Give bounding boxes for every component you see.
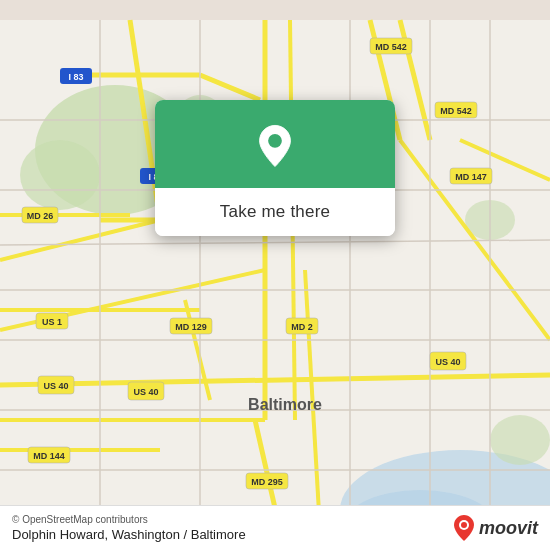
location-title: Dolphin Howard, Washington / Baltimore [12, 527, 246, 542]
location-pin-icon [251, 122, 299, 170]
bottom-bar: © OpenStreetMap contributors Dolphin How… [0, 505, 550, 550]
svg-text:US 40: US 40 [435, 357, 460, 367]
popup-green-area [155, 100, 395, 188]
bottom-left: © OpenStreetMap contributors Dolphin How… [12, 514, 246, 542]
svg-text:MD 542: MD 542 [440, 106, 472, 116]
svg-text:US 40: US 40 [43, 381, 68, 391]
svg-text:MD 2: MD 2 [291, 322, 313, 332]
svg-text:US 1: US 1 [42, 317, 62, 327]
moovit-pin-icon [453, 514, 475, 542]
svg-text:MD 542: MD 542 [375, 42, 407, 52]
moovit-logo: moovit [453, 514, 538, 542]
svg-point-7 [490, 415, 550, 465]
popup-card: Take me there [155, 100, 395, 236]
svg-text:US 40: US 40 [133, 387, 158, 397]
svg-point-75 [268, 134, 282, 148]
svg-point-4 [20, 140, 100, 210]
svg-text:MD 295: MD 295 [251, 477, 283, 487]
copyright-text: © OpenStreetMap contributors [12, 514, 246, 525]
svg-text:MD 26: MD 26 [27, 211, 54, 221]
svg-point-77 [461, 522, 467, 528]
svg-text:MD 144: MD 144 [33, 451, 65, 461]
svg-text:I 83: I 83 [68, 72, 83, 82]
svg-text:Baltimore: Baltimore [248, 396, 322, 413]
take-me-there-button[interactable]: Take me there [155, 188, 395, 236]
moovit-brand-text: moovit [479, 518, 538, 539]
svg-text:MD 129: MD 129 [175, 322, 207, 332]
map-background: Baltimore I 83 I 83 MD 542 MD 542 MD 139… [0, 0, 550, 550]
svg-text:MD 147: MD 147 [455, 172, 487, 182]
map-container: Baltimore I 83 I 83 MD 542 MD 542 MD 139… [0, 0, 550, 550]
